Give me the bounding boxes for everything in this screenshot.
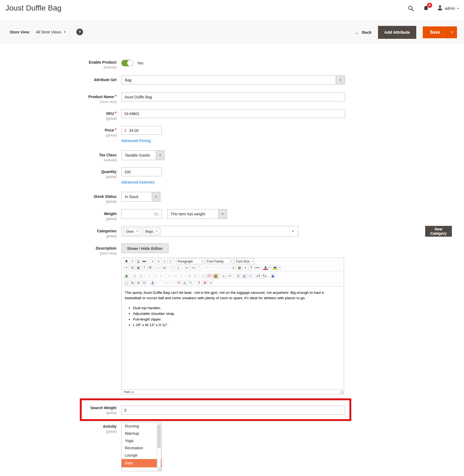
remove-category-icon[interactable]: × bbox=[136, 229, 138, 233]
weight-type-select[interactable]: This item has weight ▼ bbox=[167, 209, 227, 219]
font-size-select[interactable]: Font Size▾ bbox=[234, 258, 255, 264]
insert-layer-icon[interactable]: ▢ bbox=[124, 280, 129, 285]
right-to-left-icon[interactable]: ¶◂ bbox=[262, 274, 267, 279]
chevron-down-icon: ▼ bbox=[156, 151, 164, 160]
product-name-input[interactable]: Joust Duffle Bag bbox=[121, 92, 345, 101]
style-properties-icon[interactable]: A bbox=[150, 280, 155, 285]
strikethrough-icon[interactable]: ABC bbox=[142, 259, 147, 264]
send-backward-icon[interactable]: ⧉ bbox=[136, 280, 141, 285]
fullscreen-icon[interactable]: ▣ bbox=[270, 274, 276, 279]
italic-icon[interactable]: I bbox=[130, 259, 135, 264]
cleanup-icon[interactable]: ✦ bbox=[243, 265, 248, 270]
special-character-icon[interactable]: Ω bbox=[236, 274, 241, 279]
category-chip[interactable]: Bags× bbox=[143, 227, 160, 235]
description-content[interactable]: The sporty Joust Duffle Bag can't be bea… bbox=[122, 287, 344, 389]
show-hide-editor-button[interactable]: Show / Hide Editor bbox=[121, 243, 169, 253]
paragraph-select[interactable]: Paragraph▾ bbox=[176, 258, 204, 264]
advanced-hr-icon[interactable]: ▭ bbox=[248, 274, 253, 279]
align-justify-icon[interactable]: ≡ bbox=[168, 259, 173, 264]
background-color-icon[interactable]: ab bbox=[272, 265, 278, 270]
quantity-input[interactable]: 100 bbox=[121, 167, 162, 176]
bold-icon[interactable]: B bbox=[124, 259, 129, 264]
insert-table-icon[interactable]: ▦ bbox=[124, 274, 129, 279]
font-family-select[interactable]: Font Family▾ bbox=[205, 258, 233, 264]
chevron-down-icon: ▾ bbox=[231, 260, 232, 263]
underline-icon[interactable]: U bbox=[136, 259, 141, 264]
anchor-icon[interactable]: ⚓ bbox=[231, 265, 236, 270]
category-chip[interactable]: Gear× bbox=[123, 227, 141, 235]
visual-characters-icon[interactable]: ¶ bbox=[196, 280, 202, 285]
page-break-icon[interactable]: ≍ bbox=[208, 280, 214, 285]
new-category-button[interactable]: New Category bbox=[425, 226, 452, 237]
nonbreaking-space-icon[interactable]: ⊠ bbox=[202, 280, 208, 285]
tax-class-select[interactable]: Taxable Goods ▼ bbox=[121, 150, 164, 160]
insert-image-icon[interactable]: ▦ bbox=[237, 265, 242, 270]
stock-status-select[interactable]: In Stock ▼ bbox=[121, 192, 160, 202]
left-to-right-icon[interactable]: ▸¶ bbox=[256, 274, 261, 279]
advanced-inventory-link[interactable]: Advanced Inventory bbox=[121, 180, 155, 184]
find-icon[interactable]: ⌕ bbox=[156, 265, 161, 270]
align-right-icon[interactable]: ≡ bbox=[162, 259, 167, 264]
activity-multiselect[interactable]: RunningWarmupYogaRecreationLoungeGym bbox=[121, 422, 162, 471]
remove-format-icon[interactable]: ⌦ bbox=[207, 274, 212, 279]
cut-icon[interactable]: ✂ bbox=[124, 265, 129, 270]
search-weight-label: Search Weight [global] bbox=[0, 405, 116, 415]
insert-media-icon[interactable]: ▤ bbox=[242, 274, 247, 279]
background-color-caret[interactable]: ▾ bbox=[278, 265, 281, 270]
description-bullet: Adjustable shoulder strap. bbox=[133, 311, 341, 316]
split-cells-icon: ⊞ bbox=[187, 274, 192, 279]
delete-row-icon: ✕ bbox=[158, 274, 164, 279]
stock-status-label: Stock Status [global] bbox=[0, 194, 116, 203]
superscript-icon[interactable]: x² bbox=[227, 274, 233, 279]
outdent-icon[interactable]: ⇤ bbox=[184, 265, 190, 270]
scrollbar-thumb[interactable] bbox=[157, 425, 160, 448]
align-center-icon[interactable]: ≡ bbox=[156, 259, 161, 264]
text-color-caret[interactable]: ▾ bbox=[269, 265, 272, 270]
paste-icon[interactable]: ▣ bbox=[136, 265, 141, 270]
citation-icon: ” bbox=[158, 280, 164, 285]
blockquote-icon[interactable]: “ bbox=[196, 265, 202, 270]
activity-option-warmup[interactable]: Warmup bbox=[122, 430, 161, 437]
text-color-icon[interactable]: A bbox=[263, 265, 268, 270]
paste-from-word-icon[interactable]: W bbox=[147, 265, 153, 270]
editor-resize-handle[interactable] bbox=[340, 391, 343, 394]
activity-scrollbar[interactable] bbox=[157, 423, 161, 470]
inserted-text-icon[interactable]: A bbox=[182, 280, 187, 285]
toolbar-separator bbox=[154, 265, 154, 270]
remove-category-icon[interactable]: × bbox=[156, 229, 158, 233]
horizontal-rule-icon[interactable]: — bbox=[201, 274, 207, 279]
enable-product-toggle[interactable] bbox=[121, 60, 133, 66]
help-icon[interactable]: ? bbox=[249, 265, 254, 270]
activity-resize-handle[interactable] bbox=[158, 467, 161, 471]
toolbar-separator bbox=[169, 265, 169, 270]
bullet-list-icon[interactable]: • bbox=[170, 265, 176, 270]
activity-option-yoga[interactable]: Yoga bbox=[122, 437, 161, 444]
edit-attributes-icon[interactable]: ✎ bbox=[188, 280, 193, 285]
price-input[interactable]: $ 34.00 bbox=[121, 126, 162, 135]
activity-option-gym[interactable]: Gym bbox=[122, 459, 161, 467]
advanced-pricing-link[interactable]: Advanced Pricing bbox=[121, 139, 151, 143]
categories-multiselect[interactable]: Gear×Bags× ▼ bbox=[121, 226, 298, 237]
activity-option-running[interactable]: Running bbox=[122, 423, 161, 430]
absolute-position-icon[interactable]: ⊡ bbox=[142, 280, 147, 285]
paste-as-text-icon[interactable]: T bbox=[142, 265, 147, 270]
sku-input[interactable]: 24-MB01 bbox=[121, 109, 345, 118]
html-source-icon[interactable]: HTML bbox=[255, 265, 260, 270]
category-chip-label: Bags bbox=[145, 229, 153, 233]
subscript-icon[interactable]: x₂ bbox=[221, 274, 227, 279]
chevron-down-icon[interactable]: ▼ bbox=[289, 226, 296, 236]
deleted-text-icon[interactable]: A bbox=[176, 280, 181, 285]
indent-icon[interactable]: ⇥ bbox=[190, 265, 196, 270]
search-weight-input[interactable]: 0 bbox=[121, 406, 345, 415]
activity-option-lounge[interactable]: Lounge bbox=[122, 452, 161, 459]
activity-option-recreation[interactable]: Recreation bbox=[122, 444, 161, 452]
numbered-list-icon[interactable]: 1. bbox=[176, 265, 181, 270]
visual-guidelines-icon[interactable]: ▦ bbox=[213, 274, 218, 279]
weight-input[interactable]: lbs bbox=[121, 209, 162, 219]
align-left-icon[interactable]: ≡ bbox=[150, 259, 155, 264]
find-replace-icon[interactable]: ⇄ bbox=[162, 265, 167, 270]
bring-forward-icon[interactable]: ⧉ bbox=[130, 280, 135, 285]
product-edit-page: Joust Duffle Bag 4 admin ▼ Store View: A… bbox=[0, 0, 464, 476]
copy-icon[interactable]: ⧉ bbox=[130, 265, 135, 270]
attribute-set-select[interactable]: Bag ▼ bbox=[121, 75, 345, 84]
